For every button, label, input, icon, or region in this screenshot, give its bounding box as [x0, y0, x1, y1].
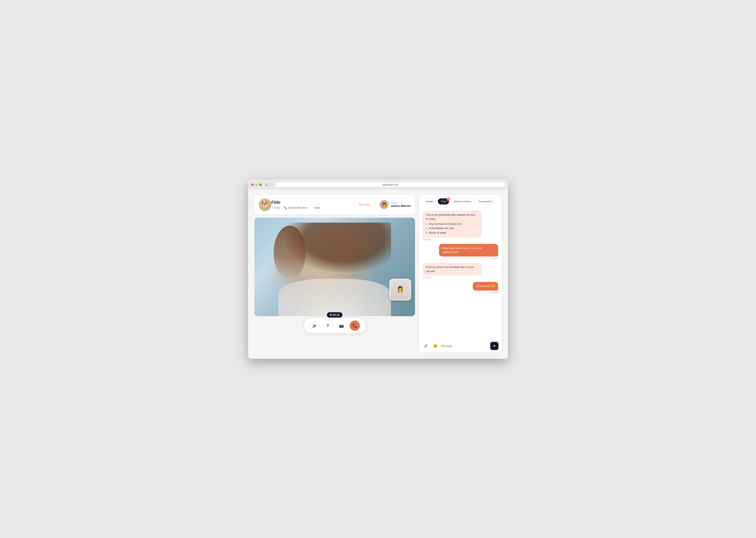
gender-icon: ♂	[311, 206, 313, 209]
message-3-time: 10:30PM	[422, 276, 431, 279]
address-bar[interactable]	[276, 182, 505, 187]
pet-details: ⧖ 5 y/o 🐾 Golden Retreiver ♂ Male	[271, 206, 359, 209]
list-item-2: Avoid kibbles for now	[429, 226, 478, 230]
back-button[interactable]: ‹	[270, 183, 271, 187]
speaker-button[interactable]: 🔊	[309, 321, 320, 331]
message-4-time: 10:31PM	[490, 291, 498, 294]
emoji-icon: 😊	[433, 344, 438, 348]
owner-avatar: 👩	[380, 200, 389, 209]
left-panel: 🐕 Fido ⧖ 5 y/o 🐾 Golden Retreiver	[254, 195, 415, 352]
message-3-text: I'll let you know my schedule later so y…	[426, 266, 474, 272]
more-info-button[interactable]: More Info ›	[359, 203, 371, 206]
hangup-button[interactable]: 📞	[350, 321, 360, 331]
pet-name: Fido	[271, 200, 359, 205]
pip-video: 👩‍⚕️	[389, 279, 411, 300]
pet-gender: ♂ Male	[311, 206, 320, 209]
browser-window: ⊞ ‹ › 🐕 Fido ⧖ 5 y/o	[248, 180, 508, 359]
chat-messages: This is the prescribed diet needed for y…	[419, 207, 502, 339]
traffic-lights	[251, 184, 261, 186]
owner-section: 👩 Owner Janice Warren	[375, 200, 411, 209]
message-1-bubble: This is the prescribed diet needed for y…	[422, 211, 482, 238]
owner-name: Janice Warren	[391, 204, 411, 207]
video-person	[254, 218, 415, 316]
message-4: Thanks Doc! 😊 10:31PM	[422, 282, 498, 294]
attach-icon: 🔗	[424, 344, 428, 348]
right-panel: Details Chat 1 Medical History Prescript…	[419, 195, 502, 352]
camera-button[interactable]: 📷	[336, 321, 347, 331]
message-2-bubble: Okay may I know when's our next appointm…	[439, 244, 498, 257]
send-icon: ➤	[493, 344, 496, 348]
video-main: 👩‍⚕️	[254, 218, 415, 316]
message-3: I'll let you know my schedule later so y…	[422, 263, 498, 279]
message-input[interactable]	[441, 344, 488, 348]
close-button[interactable]	[251, 184, 254, 186]
microphone-icon: 🎙	[326, 323, 330, 328]
owner-label: Owner	[391, 202, 411, 204]
chat-badge: 1	[447, 197, 450, 201]
tab-medical-history[interactable]: Medical History	[450, 198, 474, 204]
message-3-bubble: I'll let you know my schedule later so y…	[422, 263, 482, 276]
camera-icon: 📷	[339, 323, 344, 328]
message-4-text: Thanks Doc! 😊	[476, 285, 495, 288]
chat-input-bar: 🔗 😊 ➤	[419, 339, 502, 352]
timer-indicator	[330, 314, 332, 316]
pet-age: ⧖ 5 y/o	[271, 206, 280, 209]
list-item-1: Any Cat food w/ Urinary SO	[429, 222, 478, 226]
phone-icon: 📞	[353, 323, 357, 328]
controls-card: 🔊 🎙 📷 📞	[304, 318, 365, 333]
tab-details[interactable]: Details	[422, 198, 436, 204]
minimize-button[interactable]	[255, 184, 258, 186]
pet-info: Fido ⧖ 5 y/o 🐾 Golden Retreiver ♂ Male	[271, 200, 359, 209]
owner-text: Owner Janice Warren	[391, 202, 411, 207]
age-icon: ⧖	[271, 206, 273, 209]
arrow-right-icon: ›	[371, 203, 371, 206]
message-2: Okay may I know when's our next appointm…	[422, 244, 498, 260]
message-1-text: This is the prescribed diet needed for y…	[426, 213, 475, 220]
doctor-figure: 👩‍⚕️	[396, 286, 404, 293]
pip-inner: 👩‍⚕️	[390, 279, 410, 300]
message-1: This is the prescribed diet needed for y…	[422, 211, 498, 241]
video-person-body	[254, 218, 415, 316]
call-controls-area: 05:23 🔊 🎙 📷 📞	[254, 316, 415, 334]
maximize-button[interactable]	[259, 184, 261, 186]
speaker-icon: 🔊	[312, 323, 317, 328]
send-button[interactable]: ➤	[490, 342, 498, 350]
emoji-button[interactable]: 😊	[432, 342, 439, 350]
message-2-time: 10:31PM	[490, 257, 498, 260]
microphone-button[interactable]: 🎙	[323, 321, 333, 331]
message-2-text: Okay may I know when's our next appointm…	[442, 247, 482, 253]
message-4-bubble: Thanks Doc! 😊	[473, 282, 498, 291]
message-1-time: 10:30PM	[422, 239, 431, 241]
list-item-3: Plenty of water	[429, 231, 478, 235]
browser-toolbar: ⊞ ‹ ›	[248, 180, 508, 189]
attach-button[interactable]: 🔗	[422, 342, 430, 350]
tab-prescription[interactable]: Prescription	[476, 198, 495, 204]
grid-view-icon[interactable]: ⊞	[265, 183, 268, 187]
pet-avatar: 🐕	[259, 198, 271, 211]
video-section: 👩‍⚕️ 05:23 🔊	[254, 218, 415, 352]
pet-info-card: 🐕 Fido ⧖ 5 y/o 🐾 Golden Retreiver	[254, 195, 415, 215]
app-content: 🐕 Fido ⧖ 5 y/o 🐾 Golden Retreiver	[248, 189, 508, 359]
call-timer: 05:23	[327, 312, 342, 318]
tabs-bar: Details Chat 1 Medical History Prescript…	[419, 195, 502, 207]
message-1-list: Any Cat food w/ Urinary SO Avoid kibbles…	[429, 222, 478, 235]
breed-icon: 🐾	[284, 206, 287, 209]
forward-button[interactable]: ›	[272, 183, 273, 187]
pet-breed: 🐾 Golden Retreiver	[284, 206, 307, 209]
nav-arrows: ‹ ›	[270, 183, 273, 187]
tab-chat[interactable]: Chat 1	[438, 198, 449, 204]
